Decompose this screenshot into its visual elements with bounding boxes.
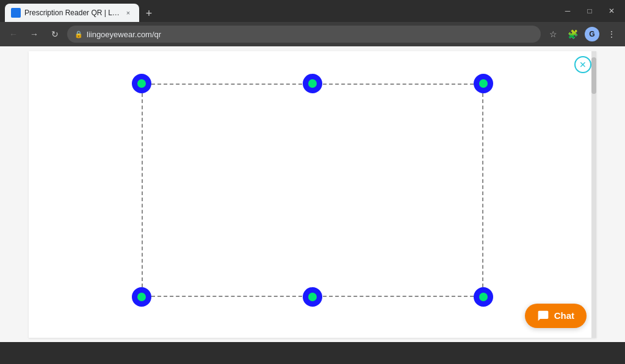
tab-close-button[interactable]: × — [123, 8, 133, 18]
top-center-handle[interactable] — [303, 74, 322, 93]
close-circle-button[interactable]: ✕ — [574, 56, 591, 73]
toolbar-icons: ☆ 🧩 G ⋮ — [544, 26, 620, 43]
url-bar[interactable]: 🔒 liingoeyewear.com/qr — [67, 26, 541, 43]
bookmark-icon[interactable]: ☆ — [544, 26, 562, 43]
chat-button[interactable]: Chat — [525, 304, 587, 328]
window-controls: ─ □ ✕ — [559, 2, 620, 20]
title-bar: Prescription Reader QR | Liingo E... × +… — [0, 0, 625, 22]
menu-icon[interactable]: ⋮ — [603, 26, 620, 43]
browser-chrome: Prescription Reader QR | Liingo E... × +… — [0, 0, 625, 46]
forward-button[interactable]: → — [26, 26, 43, 43]
dashed-right-line — [482, 93, 483, 287]
close-icon: ✕ — [579, 60, 587, 70]
chat-label: Chat — [554, 310, 574, 321]
page-content: ✕ Chat — [0, 46, 625, 342]
extensions-icon[interactable]: 🧩 — [564, 26, 581, 43]
chat-bubble-icon — [537, 310, 549, 322]
maximize-button[interactable]: □ — [581, 2, 598, 20]
tab-title: Prescription Reader QR | Liingo E... — [24, 9, 120, 17]
canvas-area: ✕ Chat — [29, 51, 596, 338]
scrollbar-thumb[interactable] — [591, 57, 596, 94]
address-bar: ← → ↻ 🔒 liingoeyewear.com/qr ☆ 🧩 G ⋮ — [0, 22, 625, 46]
back-button[interactable]: ← — [5, 26, 22, 43]
reload-button[interactable]: ↻ — [46, 26, 63, 43]
close-window-button[interactable]: ✕ — [603, 2, 620, 20]
new-tab-button[interactable]: + — [140, 5, 157, 22]
tab-bar: Prescription Reader QR | Liingo E... × + — [5, 0, 557, 22]
selection-area — [142, 84, 483, 297]
minimize-button[interactable]: ─ — [559, 2, 576, 20]
bottom-right-handle[interactable] — [474, 287, 493, 307]
profile-avatar: G — [585, 27, 599, 41]
top-right-handle[interactable] — [474, 74, 493, 93]
tab-favicon — [11, 8, 21, 18]
dashed-left-line — [142, 93, 143, 287]
url-text: liingoeyewear.com/qr — [87, 30, 533, 39]
lock-icon: 🔒 — [74, 30, 83, 38]
scrollbar[interactable] — [591, 51, 596, 338]
bottom-center-handle[interactable] — [303, 287, 322, 307]
browser-tab[interactable]: Prescription Reader QR | Liingo E... × — [5, 4, 139, 22]
profile-icon[interactable]: G — [583, 26, 601, 43]
bottom-left-handle[interactable] — [132, 287, 151, 307]
top-left-handle[interactable] — [132, 74, 151, 93]
